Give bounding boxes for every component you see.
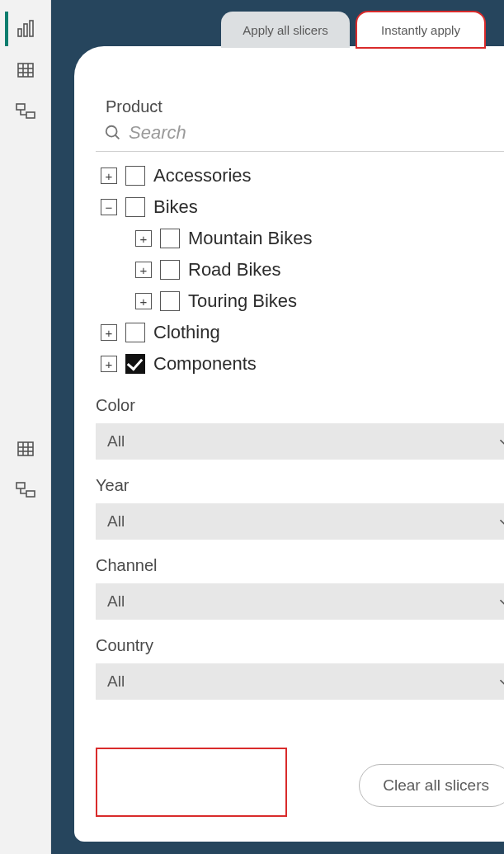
- annotation-box: [96, 748, 287, 817]
- country-dropdown[interactable]: All: [96, 663, 504, 700]
- nav-report-icon[interactable]: [5, 12, 43, 46]
- tree-row-clothing[interactable]: + Clothing: [101, 317, 504, 348]
- checkbox[interactable]: [125, 166, 145, 186]
- slicer-channel: Channel All: [96, 551, 504, 620]
- nav-table-icon[interactable]: [7, 53, 45, 87]
- tree-row-bikes[interactable]: − Bikes: [101, 191, 504, 223]
- svg-line-18: [115, 135, 120, 139]
- tree-label: Mountain Bikes: [188, 228, 312, 249]
- tab-apply-all[interactable]: Apply all slicers: [221, 12, 350, 48]
- checkbox-checked[interactable]: [125, 354, 145, 374]
- svg-rect-2: [30, 21, 33, 36]
- product-tree: + Accessories − Bikes + Mountain Bikes: [96, 152, 504, 380]
- tree-label: Touring Bikes: [188, 290, 297, 312]
- year-dropdown[interactable]: All: [96, 503, 504, 540]
- dropdown-value: All: [107, 512, 125, 531]
- svg-rect-15: [16, 483, 25, 488]
- tree-label: Road Bikes: [188, 259, 281, 281]
- tree-label: Clothing: [153, 322, 220, 343]
- tab-instantly-apply-label: Instantly apply: [381, 23, 460, 37]
- slicer-year-title: Year: [96, 476, 129, 495]
- tree-row-mountain-bikes[interactable]: + Mountain Bikes: [101, 223, 504, 254]
- expand-icon[interactable]: +: [101, 324, 117, 341]
- chevron-down-icon: [497, 674, 504, 689]
- checkbox[interactable]: [125, 197, 145, 217]
- product-search[interactable]: [96, 120, 504, 152]
- svg-rect-8: [16, 104, 25, 110]
- svg-point-17: [106, 126, 117, 137]
- expand-icon[interactable]: +: [101, 356, 117, 372]
- slicer-product-title: Product: [106, 97, 163, 116]
- nav-model-icon[interactable]: [7, 94, 45, 129]
- tree-label: Bikes: [153, 196, 198, 218]
- color-dropdown[interactable]: All: [96, 423, 504, 460]
- report-canvas: Apply all slicers Instantly apply Produc…: [51, 0, 504, 854]
- slicer-country: Country All: [96, 631, 504, 700]
- svg-rect-9: [26, 112, 35, 118]
- slicer-year: Year All: [96, 471, 504, 540]
- channel-dropdown[interactable]: All: [96, 583, 504, 620]
- tree-label: Components: [153, 353, 257, 375]
- clear-all-label: Clear all slicers: [383, 776, 489, 795]
- slicer-country-title: Country: [96, 636, 153, 655]
- search-icon: [104, 124, 122, 142]
- checkbox[interactable]: [125, 323, 145, 342]
- tree-row-touring-bikes[interactable]: + Touring Bikes: [101, 285, 504, 317]
- svg-rect-1: [24, 24, 27, 36]
- nav-rail: [0, 0, 51, 854]
- tree-label: Accessories: [153, 165, 252, 186]
- expand-icon[interactable]: +: [101, 167, 117, 184]
- svg-rect-16: [26, 491, 35, 497]
- checkbox[interactable]: [160, 229, 180, 248]
- tree-row-road-bikes[interactable]: + Road Bikes: [101, 254, 504, 285]
- dropdown-value: All: [107, 672, 125, 691]
- tree-row-accessories[interactable]: + Accessories: [101, 160, 504, 191]
- dropdown-value: All: [107, 592, 125, 611]
- tab-strip: Apply all slicers Instantly apply: [221, 12, 485, 48]
- tab-instantly-apply[interactable]: Instantly apply: [356, 12, 485, 48]
- slicer-channel-title: Channel: [96, 556, 158, 575]
- tab-apply-all-label: Apply all slicers: [243, 23, 327, 37]
- svg-rect-0: [18, 29, 21, 36]
- slicer-color-title: Color: [96, 396, 135, 415]
- chevron-down-icon: [497, 514, 504, 529]
- expand-icon[interactable]: +: [135, 230, 152, 247]
- slicer-panel: Product + Accessories: [74, 46, 504, 842]
- clear-all-slicers-button[interactable]: Clear all slicers: [359, 764, 504, 807]
- expand-icon[interactable]: +: [135, 293, 152, 309]
- svg-rect-3: [18, 64, 33, 77]
- chevron-down-icon: [497, 594, 504, 609]
- search-input[interactable]: [127, 121, 504, 144]
- collapse-icon[interactable]: −: [101, 199, 117, 215]
- nav-table2-icon[interactable]: [7, 432, 45, 466]
- dropdown-value: All: [107, 432, 125, 451]
- expand-icon[interactable]: +: [135, 262, 152, 278]
- svg-rect-10: [18, 442, 33, 455]
- checkbox[interactable]: [160, 260, 180, 280]
- checkbox[interactable]: [160, 291, 180, 311]
- nav-model2-icon[interactable]: [7, 473, 45, 507]
- tree-row-components[interactable]: + Components: [101, 348, 504, 380]
- chevron-down-icon: [497, 434, 504, 449]
- slicer-color: Color All: [96, 391, 504, 460]
- slicer-product: Product + Accessories: [96, 92, 504, 380]
